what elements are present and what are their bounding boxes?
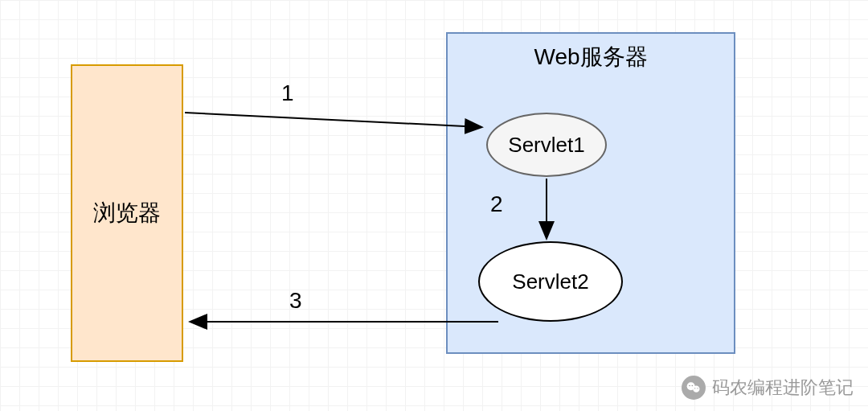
svg-point-2	[693, 386, 699, 393]
servlet2-node: Servlet2	[478, 241, 623, 322]
svg-point-4	[692, 385, 694, 387]
browser-label: 浏览器	[93, 198, 161, 228]
servlet1-node: Servlet1	[486, 113, 607, 177]
diagram-canvas: 浏览器 Web服务器 Servlet1 Servlet2 1 2 3	[0, 0, 868, 411]
servlet1-label: Servlet1	[508, 133, 584, 158]
arrow-1	[185, 113, 481, 127]
watermark-text: 码农编程进阶笔记	[712, 376, 854, 400]
svg-point-3	[689, 385, 690, 387]
web-server-label: Web服务器	[534, 42, 647, 72]
arrow-label-1: 1	[281, 80, 294, 106]
svg-point-5	[694, 388, 695, 388]
watermark: 码农编程进阶笔记	[682, 376, 854, 400]
wechat-icon	[682, 376, 706, 400]
servlet2-label: Servlet2	[512, 269, 588, 294]
browser-box: 浏览器	[71, 64, 183, 362]
arrow-label-2: 2	[490, 191, 503, 217]
svg-point-6	[697, 388, 698, 388]
arrow-label-3: 3	[289, 288, 302, 314]
